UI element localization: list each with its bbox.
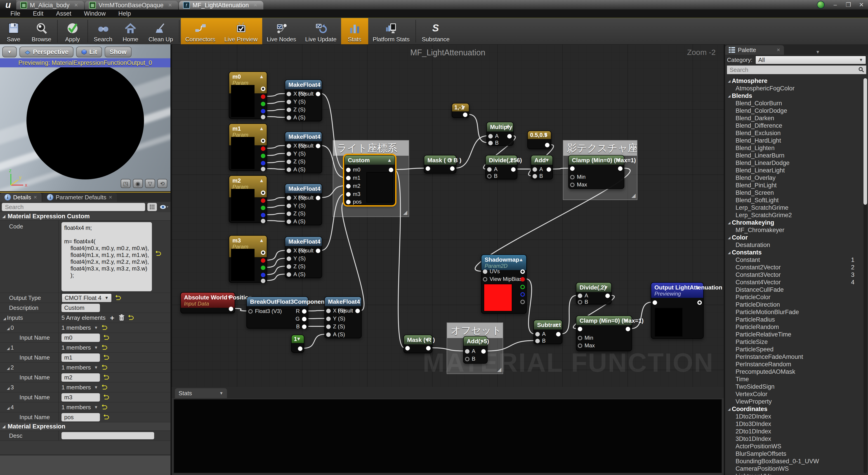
input-pin[interactable] [287, 272, 291, 277]
input-pin[interactable] [248, 309, 253, 314]
input-name-field[interactable]: pos [61, 413, 100, 421]
output-pin[interactable] [261, 87, 266, 91]
output-pin[interactable] [261, 147, 266, 151]
menu-window[interactable]: Window [78, 10, 112, 17]
input-pin[interactable] [578, 336, 582, 340]
apply-button[interactable]: Apply [59, 18, 86, 44]
input-pin[interactable] [570, 166, 575, 171]
palette-item-LightmapUVs[interactable]: LightmapUVs [725, 473, 868, 475]
node-mf2[interactable]: MakeFloat4X (S)ResultY (S)Z (S)A (S) [285, 131, 322, 173]
reset-to-default-icon[interactable]: ⮌ [103, 414, 109, 421]
input-index[interactable]: 3 [0, 384, 58, 391]
node-mf1[interactable]: MakeFloat4X (S)ResultY (S)Z (S)A (S) [285, 80, 322, 121]
palette-category-Constants[interactable]: Constants [725, 249, 868, 256]
output-pin[interactable] [261, 109, 266, 114]
input-pin[interactable] [465, 357, 469, 361]
input-pin[interactable] [287, 219, 291, 224]
input-pin[interactable] [287, 107, 291, 112]
viewport-mini-button[interactable]: ◉ [133, 179, 143, 188]
minimize-button[interactable]: – [829, 0, 842, 9]
palette-item-PerInstanceFadeAmount[interactable]: PerInstanceFadeAmount [725, 353, 868, 361]
output-pin[interactable] [302, 309, 307, 314]
viewport-mini-button[interactable]: ◳ [121, 179, 131, 188]
input-pin[interactable] [578, 327, 582, 331]
input-pin[interactable] [535, 339, 540, 343]
node-awp[interactable]: Absolute World PositionInput Data▼ [180, 292, 235, 313]
output-pin[interactable] [316, 92, 320, 96]
collapse-icon[interactable]: ▼ [543, 132, 548, 138]
output-pin[interactable] [261, 273, 266, 277]
delete-elements-icon[interactable] [119, 314, 125, 321]
reset-to-default-icon[interactable]: ⮌ [101, 364, 107, 371]
palette-item-2Dto1DIndex[interactable]: 2Dto1DIndex [725, 428, 868, 435]
palette-item-1Dto3DIndex[interactable]: 1Dto3DIndex [725, 420, 868, 428]
node-subtract[interactable]: Subtract▼AB [533, 320, 562, 344]
description-field[interactable]: Custom [61, 304, 100, 312]
output-pin[interactable] [261, 102, 266, 106]
palette-item-Constant2Vector[interactable]: Constant2Vector2 [725, 264, 868, 271]
palette-item-ParticleSize[interactable]: ParticleSize [725, 338, 868, 346]
input-pin[interactable] [287, 167, 291, 172]
input-index[interactable]: 2 [0, 364, 58, 371]
input-pin[interactable] [570, 175, 575, 180]
input-pin[interactable] [287, 92, 291, 96]
input-pin[interactable] [287, 203, 291, 208]
output-pin[interactable] [481, 349, 486, 354]
reset-to-default-icon[interactable]: ⮌ [101, 344, 107, 351]
node-output[interactable]: Output LightAttenuationPreviewing▲ [651, 282, 704, 339]
input-pin[interactable] [287, 256, 291, 261]
output-pin[interactable] [355, 309, 360, 313]
palette-item-Blend_Overlay[interactable]: Blend_Overlay [725, 174, 868, 182]
tab-stats[interactable]: Stats▼ [175, 388, 227, 398]
chevron-down-icon[interactable]: ▼ [94, 365, 98, 370]
output-pin[interactable] [316, 249, 320, 253]
node-m2[interactable]: m2Param (0,0,0,0)▲ [229, 176, 267, 223]
input-pin[interactable] [532, 167, 537, 172]
collapse-icon[interactable]: ▲ [695, 285, 701, 290]
output-pin[interactable] [556, 332, 561, 337]
input-name-field[interactable]: m0 [61, 334, 100, 342]
output-pin[interactable] [261, 213, 266, 217]
node-clampTop[interactable]: Clamp (Min=0) (Max=1)▼MinMax [568, 155, 624, 189]
output-pin[interactable] [545, 143, 550, 147]
input-pin[interactable] [346, 184, 350, 188]
palette-item-ParticleSpeed[interactable]: ParticleSpeed [725, 346, 868, 353]
node-const11[interactable]: 1,-1▼ [452, 103, 469, 118]
input-pin[interactable] [326, 309, 331, 313]
input-name-field[interactable]: m2 [61, 373, 100, 382]
palette-category-Blends[interactable]: Blends [725, 92, 868, 100]
close-icon[interactable]: ✕ [776, 47, 780, 53]
grid-view-icon[interactable] [147, 203, 157, 211]
node-const0505[interactable]: 0.5,0.5▼ [527, 131, 551, 149]
output-pin[interactable] [261, 250, 266, 255]
collapse-icon[interactable]: ▼ [624, 318, 629, 324]
palette-category-Chromakeying[interactable]: Chromakeying [725, 219, 868, 226]
collapse-icon[interactable]: ▼ [448, 157, 453, 163]
perspective-button[interactable]: Perspective [20, 46, 73, 57]
node-mf3[interactable]: MakeFloat4X (S)ResultY (S)Z (S)A (S) [285, 184, 322, 225]
output-pin[interactable] [261, 265, 266, 270]
output-pin[interactable] [316, 144, 320, 148]
input-pin[interactable] [287, 264, 291, 269]
output-pin[interactable] [520, 285, 525, 289]
node-divide2[interactable]: Divide(,2)▼AB [576, 282, 612, 305]
menu-edit[interactable]: Edit [27, 10, 50, 17]
palette-search-input[interactable] [727, 66, 866, 74]
palette-item-Lerp_ScratchGrime2[interactable]: Lerp_ScratchGrime2 [725, 212, 868, 219]
reset-to-default-icon[interactable]: ⮌ [128, 314, 134, 321]
input-pin[interactable] [346, 200, 350, 204]
output-pin[interactable] [511, 167, 516, 172]
close-icon[interactable]: ✕ [168, 2, 172, 8]
material-graph[interactable]: MF_LightAttenuation Zoom -2 MATERIAL FUN… [171, 44, 724, 387]
palette-item-Blend_Darken[interactable]: Blend_Darken [725, 115, 868, 122]
input-pin[interactable] [532, 174, 537, 179]
node-maskGB[interactable]: Mask ( G B )▼ [424, 155, 456, 173]
output-pin[interactable] [229, 307, 233, 311]
collapse-icon[interactable]: ▼ [227, 294, 232, 300]
palette-item-AtmosphericFogColor[interactable]: AtmosphericFogColor [725, 85, 868, 92]
output-pin[interactable] [450, 166, 455, 171]
input-pin[interactable] [405, 346, 410, 350]
input-pin[interactable] [326, 324, 331, 329]
input-pin[interactable] [578, 300, 582, 305]
palette-item-3Dto1DIndex[interactable]: 3Dto1DIndex [725, 435, 868, 443]
